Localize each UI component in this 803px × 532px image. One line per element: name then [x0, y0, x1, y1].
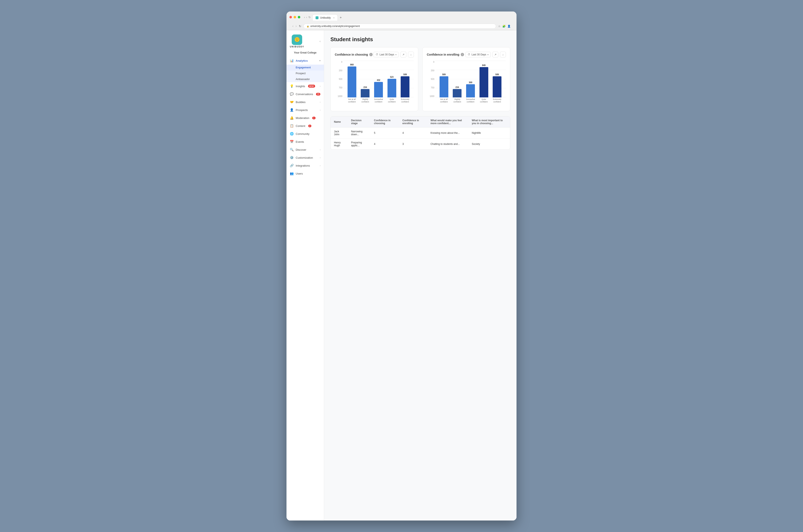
sidebar-item-prospect[interactable]: Prospect — [286, 71, 324, 76]
tab-close-button[interactable]: × — [333, 17, 334, 19]
content-badge: 2 — [308, 125, 312, 127]
sidebar-item-community[interactable]: 🌐 Community — [286, 130, 324, 138]
sidebar-item-buddies[interactable]: 🤝 Buddies › — [286, 98, 324, 106]
chart2-chevron: ▾ — [487, 54, 488, 56]
col-confidence-enrolling: Confidence in enrolling — [399, 116, 427, 128]
college-name: Your Great College — [286, 50, 324, 57]
sidebar-item-conversations[interactable]: 💬 Conversations 35 — [286, 90, 324, 98]
browser-chrome: ‹ › ↻ Unibuddy × + ‹ › ↻ 🔒 university.un… — [286, 12, 517, 30]
chart1-download-button[interactable]: ↓ — [408, 52, 414, 57]
row1-confidence-enrolling: 4 — [399, 128, 427, 138]
row2-name: Henry Hugh — [331, 138, 348, 150]
collapse-sidebar-button[interactable]: ‹ — [319, 39, 321, 43]
community-label: Community — [296, 132, 310, 135]
discover-arrow: › — [320, 148, 321, 151]
student-insights-table: Name Decision stage Confidence in choosi… — [331, 116, 510, 150]
sidebar-item-insights[interactable]: 💡 Insights NEW! › — [286, 82, 324, 90]
tab-label: Unibuddy — [320, 16, 331, 19]
browser-window: ‹ › ↻ Unibuddy × + ‹ › ↻ 🔒 university.un… — [286, 12, 517, 520]
chart2-download-button[interactable]: ↓ — [500, 52, 506, 57]
bar2-1 — [440, 76, 448, 97]
chart1-external-link-button[interactable]: ↗ — [400, 52, 406, 57]
conversations-icon: 💬 — [290, 92, 294, 96]
chart2-header: Confidence in enrolling i ⏱ Last 30 Days… — [427, 52, 506, 57]
community-icon: 🌐 — [290, 132, 294, 136]
minimize-dot[interactable] — [294, 16, 296, 18]
maximize-dot[interactable] — [298, 16, 300, 18]
chart2-external-link-button[interactable]: ↗ — [492, 52, 498, 57]
conversations-badge: 35 — [316, 93, 320, 96]
bar-2 — [361, 89, 370, 97]
bar-1 — [348, 66, 356, 97]
table-row[interactable]: Jack John Narrowing down... 5 4 Knowing … — [331, 128, 510, 138]
integrations-label: Integrations — [296, 164, 310, 167]
refresh-icon[interactable]: ↻ — [309, 16, 311, 19]
chart2-bars-area: 589 234 369 — [435, 61, 506, 97]
customization-arrow: › — [320, 156, 321, 159]
events-icon: 📅 — [290, 140, 294, 144]
chart1-info-icon[interactable]: i — [369, 53, 373, 56]
table-head: Name Decision stage Confidence in choosi… — [331, 116, 510, 128]
chart2-info-icon[interactable]: i — [461, 53, 464, 56]
clock-icon: ⏱ — [376, 53, 378, 56]
sidebar-item-users[interactable]: 👥 Users — [286, 170, 324, 177]
active-tab[interactable]: Unibuddy × — [313, 15, 338, 21]
sidebar-item-content[interactable]: 📋 Content 2 — [286, 122, 324, 130]
content-icon: 📋 — [290, 124, 294, 128]
nav-refresh-icon[interactable]: ↻ — [299, 24, 301, 28]
sidebar-item-events[interactable]: 📅 Events — [286, 138, 324, 146]
table-row[interactable]: Henry Hugh Preparing applic... 4 3 Chatt… — [331, 138, 510, 150]
back-icon[interactable]: ‹ — [304, 16, 305, 19]
customization-label: Customization — [296, 156, 313, 159]
table: Name Decision stage Confidence in choosi… — [331, 116, 510, 150]
users-icon: 👥 — [290, 172, 294, 175]
nav-back-icon[interactable]: ‹ — [292, 24, 293, 28]
row2-confidence-choosing: 4 — [371, 138, 399, 150]
sidebar-item-customization[interactable]: ⚙️ Customization › — [286, 154, 324, 162]
bookmark-icon[interactable]: ☆ — [498, 25, 501, 28]
bar-4 — [388, 79, 396, 97]
nav-forward-icon[interactable]: › — [296, 24, 297, 28]
forward-icon[interactable]: › — [306, 16, 307, 19]
sidebar-item-ambassador[interactable]: Ambassador — [286, 76, 324, 82]
col-feel-confident: What would make you feel more confident.… — [427, 116, 468, 128]
lock-icon: 🔒 — [306, 25, 309, 27]
sidebar-item-prospects[interactable]: 👤 Prospects › — [286, 106, 324, 114]
chart1-date-filter[interactable]: ⏱ Last 30 Days ▾ — [373, 52, 399, 57]
analytics-icon: 📊 — [290, 59, 294, 62]
bar-group-4: 523 — [385, 76, 398, 97]
bar2-group-2: 234 — [451, 86, 464, 97]
sidebar-item-moderation[interactable]: 🔔 Moderation 1 — [286, 114, 324, 122]
chart1-title: Confidence in choosing — [335, 53, 368, 56]
chart1-chevron: ▾ — [395, 54, 396, 56]
integrations-arrow: › — [320, 164, 321, 167]
profile-icon[interactable]: 👤 — [507, 25, 511, 28]
row2-confidence-enrolling: 3 — [399, 138, 427, 150]
extension-icon[interactable]: 🧩 — [502, 25, 506, 28]
url-text: university.unibuddy.co/analytics/engagem… — [310, 25, 360, 27]
conversations-label: Conversations — [296, 93, 313, 96]
url-bar[interactable]: 🔒 university.unibuddy.co/analytics/engag… — [303, 24, 496, 28]
row2-feel-confident: Chatting to students and... — [427, 138, 468, 150]
insights-arrow: › — [320, 85, 321, 88]
sidebar: 🙂 UNIBUDDY ‹ Your Great College 📊 Analyt… — [286, 30, 324, 520]
chart2-date-filter[interactable]: ⏱ Last 30 Days ▾ — [466, 52, 491, 57]
bar2-group-4: 849 — [477, 64, 490, 97]
sidebar-header: 🙂 UNIBUDDY ‹ — [286, 30, 324, 50]
clock-icon-2: ⏱ — [468, 53, 470, 56]
chart1-title-area: Confidence in choosing i — [335, 53, 373, 56]
sidebar-item-integrations[interactable]: 🔗 Integrations › — [286, 162, 324, 170]
row1-important-choosing: Nightlife — [468, 128, 510, 138]
sidebar-item-analytics[interactable]: 📊 Analytics ▾ — [286, 57, 324, 64]
bar-group-2: 234 — [359, 86, 372, 97]
sidebar-item-discover[interactable]: 🔍 Discover › — [286, 146, 324, 154]
sidebar-item-engagement[interactable]: Engagement — [286, 64, 324, 71]
bar2-2 — [453, 89, 462, 97]
chart1-bar-chart: 1000 750 500 250 0 — [335, 61, 414, 107]
close-dot[interactable] — [290, 16, 292, 18]
row1-feel-confident: Knowing more about the... — [427, 128, 468, 138]
confidence-enrolling-chart: Confidence in enrolling i ⏱ Last 30 Days… — [423, 47, 510, 111]
discover-icon: 🔍 — [290, 148, 294, 152]
moderation-badge: 1 — [312, 117, 316, 119]
new-tab-button[interactable]: + — [338, 15, 344, 21]
